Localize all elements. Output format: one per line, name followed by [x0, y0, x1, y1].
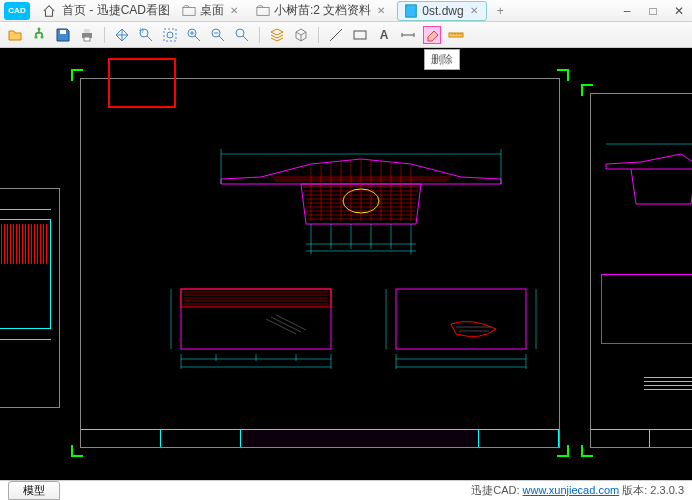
titleblock-right	[591, 429, 692, 447]
sheet-right	[590, 93, 692, 448]
measure-button[interactable]	[447, 26, 465, 44]
separator	[104, 27, 105, 43]
dimension-button[interactable]	[399, 26, 417, 44]
folder-icon	[182, 4, 196, 18]
line-button[interactable]	[327, 26, 345, 44]
footer-info: 迅捷CAD: www.xunjiecad.com 版本: 2.3.0.3	[471, 483, 684, 498]
dwg-file-icon	[404, 4, 418, 18]
save-button[interactable]	[54, 26, 72, 44]
svg-rect-69	[396, 289, 526, 349]
footer-version: 版本: 2.3.0.3	[619, 484, 684, 496]
titleblock	[81, 429, 559, 447]
close-button[interactable]: ✕	[670, 4, 688, 18]
new-tab-button[interactable]: +	[491, 4, 510, 18]
maximize-button[interactable]: □	[644, 4, 662, 18]
tab-label: 桌面	[200, 2, 224, 19]
folder-icon	[256, 4, 270, 18]
svg-point-3	[38, 27, 41, 30]
home-label: 首页 - 迅捷CAD看图	[62, 2, 170, 19]
selection-highlight	[108, 58, 176, 108]
minimize-button[interactable]: –	[618, 4, 636, 18]
erase-tooltip: 删除	[424, 49, 460, 70]
zoom-out-button[interactable]	[209, 26, 227, 44]
tab-close-icon[interactable]: ✕	[228, 5, 240, 16]
toolbar: A 删除	[0, 22, 692, 48]
tab-close-icon[interactable]: ✕	[375, 5, 387, 16]
rect-button[interactable]	[351, 26, 369, 44]
svg-point-4	[35, 35, 38, 38]
svg-rect-2	[406, 4, 417, 16]
bottom-bar: 模型 迅捷CAD: www.xunjiecad.com 版本: 2.3.0.3	[0, 480, 692, 500]
sheet-main	[80, 78, 560, 448]
svg-rect-9	[84, 37, 90, 41]
drawing-bottom-right	[381, 269, 541, 379]
erase-button[interactable]: 删除	[423, 26, 441, 44]
drawing-top-section	[211, 129, 511, 259]
tab-close-icon[interactable]: ✕	[468, 5, 480, 16]
home-icon	[42, 4, 56, 18]
tab-label: 小树苗:2 文档资料	[274, 2, 371, 19]
window-controls: – □ ✕	[618, 4, 688, 18]
titlebar: CAD 首页 - 迅捷CAD看图 桌面 ✕ 小树苗:2 文档资料 ✕ 0st.d…	[0, 0, 692, 22]
svg-rect-12	[164, 29, 176, 41]
home-tab[interactable]: 首页 - 迅捷CAD看图	[36, 0, 176, 21]
separator	[318, 27, 319, 43]
tabs-container: 桌面 ✕ 小树苗:2 文档资料 ✕ 0st.dwg ✕ +	[176, 0, 618, 21]
tab-label: 0st.dwg	[422, 4, 463, 18]
svg-rect-8	[84, 29, 90, 33]
drawing-bottom-left	[166, 269, 346, 379]
app-icon: CAD	[4, 2, 30, 20]
eraser-icon	[424, 27, 440, 43]
print-button[interactable]	[78, 26, 96, 44]
footer-prefix: 迅捷CAD:	[471, 484, 522, 496]
pan-button[interactable]	[113, 26, 131, 44]
drawing-canvas[interactable]	[0, 48, 692, 480]
zoom-window-button[interactable]	[137, 26, 155, 44]
svg-rect-17	[354, 31, 366, 39]
svg-rect-6	[60, 30, 66, 34]
svg-point-5	[41, 35, 44, 38]
svg-point-16	[236, 29, 244, 37]
model-tab[interactable]: 模型	[8, 481, 60, 500]
svg-rect-1	[257, 7, 269, 15]
block-button[interactable]	[292, 26, 310, 44]
footer-link[interactable]: www.xunjiecad.com	[523, 484, 620, 496]
zoom-extent-button[interactable]	[161, 26, 179, 44]
zoom-realtime-button[interactable]	[233, 26, 251, 44]
separator	[259, 27, 260, 43]
svg-point-10	[140, 29, 148, 37]
zoom-in-button[interactable]	[185, 26, 203, 44]
tab-dwg-file[interactable]: 0st.dwg ✕	[397, 1, 486, 21]
svg-point-13	[167, 32, 173, 38]
layer-button[interactable]	[268, 26, 286, 44]
svg-rect-0	[183, 7, 195, 15]
text-button[interactable]: A	[375, 26, 393, 44]
open-button[interactable]	[6, 26, 24, 44]
tree-button[interactable]	[30, 26, 48, 44]
tab-document[interactable]: 小树苗:2 文档资料 ✕	[250, 0, 393, 21]
tab-desktop[interactable]: 桌面 ✕	[176, 0, 246, 21]
sheet-left	[0, 188, 60, 408]
